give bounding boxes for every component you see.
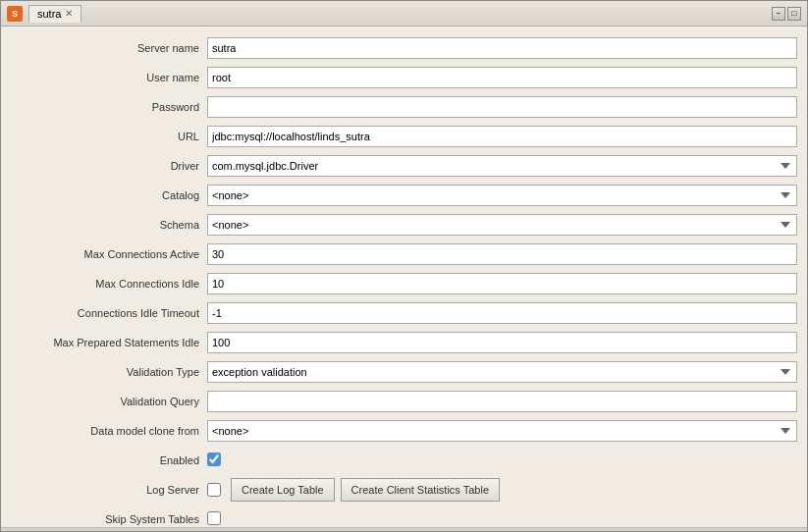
url-label: URL xyxy=(1,131,207,142)
url-field xyxy=(207,126,797,147)
password-field xyxy=(207,96,797,118)
max-connections-idle-input[interactable] xyxy=(207,273,797,294)
tab-close-icon[interactable]: ✕ xyxy=(65,8,73,19)
max-connections-active-label: Max Connections Active xyxy=(1,248,207,260)
create-client-stats-button[interactable]: Create Client Statistics Table xyxy=(341,478,500,502)
password-input[interactable] xyxy=(207,96,797,118)
max-connections-active-field xyxy=(207,243,797,265)
connections-idle-timeout-input[interactable] xyxy=(207,302,797,324)
server-name-label: Server name xyxy=(1,42,207,54)
data-model-clone-select[interactable]: <none> xyxy=(207,420,797,442)
catalog-field: <none> xyxy=(207,185,797,206)
max-connections-active-row: Max Connections Active xyxy=(1,242,807,266)
enabled-checkbox[interactable] xyxy=(207,452,221,466)
skip-system-tables-checkbox[interactable] xyxy=(207,511,221,525)
title-bar: S sutra ✕ − □ xyxy=(1,1,807,27)
user-name-label: User name xyxy=(1,72,207,83)
tab-sutra[interactable]: sutra ✕ xyxy=(28,5,81,23)
catalog-row: Catalog <none> xyxy=(1,184,807,207)
user-name-field xyxy=(207,67,797,88)
window-controls: − □ xyxy=(772,7,801,21)
enabled-row: Enabled xyxy=(1,449,807,472)
skip-system-tables-field xyxy=(207,511,797,528)
user-name-input[interactable] xyxy=(207,67,797,88)
connections-idle-timeout-row: Connections Idle Timeout xyxy=(1,301,807,325)
enabled-field xyxy=(207,452,797,469)
create-log-table-button[interactable]: Create Log Table xyxy=(231,478,335,502)
validation-type-row: Validation Type exception validation xyxy=(1,360,807,384)
driver-field: com.mysql.jdbc.Driver xyxy=(207,155,797,177)
restore-button[interactable]: □ xyxy=(787,7,801,21)
skip-system-tables-row: Skip System Tables xyxy=(1,507,807,527)
log-server-checkbox[interactable] xyxy=(207,483,221,497)
log-server-row: Log Server Create Log Table Create Clien… xyxy=(1,478,807,502)
minimize-button[interactable]: − xyxy=(772,7,785,21)
password-label: Password xyxy=(1,101,207,113)
url-input[interactable] xyxy=(207,126,797,147)
max-prepared-statements-input[interactable] xyxy=(207,332,797,353)
validation-query-row: Validation Query xyxy=(1,390,807,413)
validation-query-input[interactable] xyxy=(207,391,797,412)
catalog-label: Catalog xyxy=(1,189,207,201)
server-name-field xyxy=(207,37,797,59)
validation-type-select[interactable]: exception validation xyxy=(207,361,797,383)
data-model-clone-label: Data model clone from xyxy=(1,425,207,437)
enabled-label: Enabled xyxy=(1,454,207,466)
validation-query-field xyxy=(207,391,797,412)
log-server-label: Log Server xyxy=(1,484,207,496)
action-buttons: Create Log Table Create Client Statistic… xyxy=(231,478,500,502)
driver-label: Driver xyxy=(1,160,207,172)
form-content: Server name User name Password URL xyxy=(1,27,807,527)
max-prepared-statements-label: Max Prepared Statements Idle xyxy=(1,337,207,348)
app-icon: S xyxy=(7,6,23,22)
max-connections-active-input[interactable] xyxy=(207,243,797,265)
schema-label: Schema xyxy=(1,219,207,231)
schema-select[interactable]: <none> xyxy=(207,214,797,236)
max-connections-idle-label: Max Connections Idle xyxy=(1,278,207,290)
driver-row: Driver com.mysql.jdbc.Driver xyxy=(1,154,807,178)
skip-system-tables-label: Skip System Tables xyxy=(1,513,207,525)
validation-query-label: Validation Query xyxy=(1,396,207,407)
main-window: S sutra ✕ − □ Server name User name xyxy=(0,0,808,532)
connections-idle-timeout-label: Connections Idle Timeout xyxy=(1,307,207,319)
tab-label: sutra xyxy=(37,8,61,20)
bottom-bar xyxy=(1,527,807,531)
data-model-clone-row: Data model clone from <none> xyxy=(1,419,807,443)
url-row: URL xyxy=(1,125,807,148)
schema-row: Schema <none> xyxy=(1,213,807,237)
driver-select[interactable]: com.mysql.jdbc.Driver xyxy=(207,155,797,177)
max-prepared-statements-field xyxy=(207,332,797,353)
log-server-field: Create Log Table Create Client Statistic… xyxy=(207,478,797,502)
schema-field: <none> xyxy=(207,214,797,236)
validation-type-field: exception validation xyxy=(207,361,797,383)
server-name-input[interactable] xyxy=(207,37,797,59)
catalog-select[interactable]: <none> xyxy=(207,185,797,206)
validation-type-label: Validation Type xyxy=(1,366,207,378)
max-connections-idle-row: Max Connections Idle xyxy=(1,272,807,295)
max-connections-idle-field xyxy=(207,273,797,294)
server-name-row: Server name xyxy=(1,36,807,60)
password-row: Password xyxy=(1,95,807,119)
connections-idle-timeout-field xyxy=(207,302,797,324)
user-name-row: User name xyxy=(1,66,807,89)
max-prepared-statements-row: Max Prepared Statements Idle xyxy=(1,331,807,354)
data-model-clone-field: <none> xyxy=(207,420,797,442)
